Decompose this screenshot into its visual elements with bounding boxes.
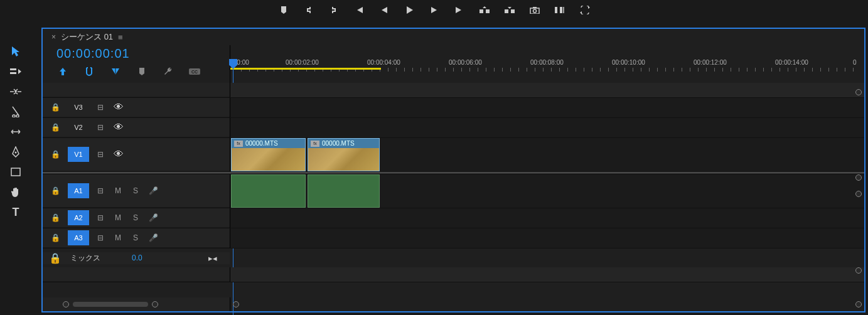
vscroll-bottom-handle[interactable]	[855, 267, 862, 274]
track-lane-A1[interactable]	[230, 174, 864, 208]
mute-button[interactable]: M	[109, 233, 127, 242]
nest-icon[interactable]	[56, 66, 69, 77]
video-clip[interactable]: fx00000.MTS	[308, 138, 380, 171]
video-track-V2: 🔒 V2 ⊟ 👁	[43, 118, 864, 138]
lock-icon[interactable]: 🔒	[43, 123, 68, 132]
slip-tool[interactable]	[5, 122, 26, 141]
set-out-icon[interactable]	[324, 3, 344, 17]
lift-icon[interactable]	[474, 3, 495, 17]
video-clip[interactable]: fx00000.MTS	[231, 138, 306, 171]
work-area-bar[interactable]	[230, 68, 381, 70]
sync-lock-icon[interactable]: ⊟	[92, 213, 109, 222]
zoom-out-handle[interactable]	[63, 301, 69, 307]
close-tab-icon[interactable]: ×	[51, 33, 56, 41]
wrench-icon[interactable]	[162, 66, 174, 77]
type-tool[interactable]: T	[5, 203, 26, 222]
lock-icon[interactable]: 🔒	[43, 103, 68, 112]
extract-icon[interactable]	[500, 3, 520, 17]
voice-record-icon[interactable]: 🎤	[144, 233, 162, 242]
track-lane-V1[interactable]: fx00000.MTSfx00000.MTS	[230, 138, 864, 171]
fx-badge[interactable]: fx	[311, 141, 319, 147]
goto-out-icon[interactable]	[449, 3, 469, 17]
track-header-V3: 🔒 V3 ⊟ 👁	[43, 98, 230, 117]
step-fwd-icon[interactable]	[424, 3, 444, 17]
voice-record-icon[interactable]: 🎤	[144, 213, 162, 222]
track-header-V2: 🔒 V2 ⊟ 👁	[43, 118, 230, 137]
snap-icon[interactable]	[83, 66, 95, 77]
audio-clip[interactable]	[231, 174, 306, 208]
vscroll-top-handle[interactable]	[855, 89, 862, 95]
zoom-in-handle[interactable]	[152, 301, 158, 307]
toggle-output-icon[interactable]: 👁	[109, 122, 128, 133]
track-target-V1[interactable]: V1	[68, 147, 89, 162]
insert-icon[interactable]	[550, 3, 570, 17]
selection-tool[interactable]	[5, 42, 26, 61]
timeline-panel: × シーケンス 01 ≡ 00:00:00:01 CC :00:0000:00:…	[41, 28, 865, 312]
ripple-edit-tool[interactable]	[5, 82, 26, 101]
step-back-icon[interactable]	[374, 3, 394, 17]
overwrite-icon[interactable]	[575, 3, 595, 17]
track-target-A2[interactable]: A2	[68, 210, 89, 225]
time-ruler[interactable]: :00:0000:00:02:0000:00:04:0000:00:06:000…	[230, 45, 864, 83]
lock-icon[interactable]: 🔒	[43, 213, 68, 222]
hscroll-right-handle[interactable]	[855, 301, 862, 307]
track-target-A3[interactable]: A3	[68, 230, 89, 245]
track-header-A1: 🔒 A1 ⊟ M S 🎤	[43, 174, 230, 208]
sync-lock-icon[interactable]: ⊟	[92, 103, 109, 112]
solo-button[interactable]: S	[127, 186, 144, 195]
goto-in-icon[interactable]	[349, 3, 369, 17]
track-target-V3[interactable]: V3	[68, 100, 89, 115]
solo-button[interactable]: S	[127, 233, 144, 242]
track-lane-A2[interactable]	[230, 208, 864, 228]
vscroll-mid1-handle[interactable]	[855, 174, 862, 181]
set-in-icon[interactable]	[299, 3, 319, 17]
sync-lock-icon[interactable]: ⊟	[92, 233, 109, 242]
lock-icon[interactable]: 🔒	[43, 186, 68, 195]
vertical-scrollbar[interactable]	[854, 89, 863, 274]
current-timecode[interactable]: 00:00:00:01	[56, 45, 230, 61]
rectangle-tool[interactable]	[5, 163, 26, 181]
mute-button[interactable]: M	[109, 186, 127, 195]
hand-tool[interactable]	[5, 183, 26, 201]
linked-selection-icon[interactable]	[109, 66, 122, 77]
sync-lock-icon[interactable]: ⊟	[92, 186, 109, 195]
sequence-menu-icon[interactable]: ≡	[118, 33, 123, 42]
horizontal-scrollbar	[43, 297, 864, 311]
cc-icon[interactable]: CC	[188, 66, 201, 77]
ruler-tick-label: 00:00:14:00	[775, 59, 808, 66]
voice-record-icon[interactable]: 🎤	[144, 186, 162, 195]
audio-clip[interactable]	[308, 174, 380, 208]
lock-icon[interactable]: 🔒	[43, 233, 68, 242]
play-icon[interactable]	[399, 3, 419, 17]
sequence-tab[interactable]: × シーケンス 01 ≡	[43, 29, 864, 45]
toggle-output-icon[interactable]: 👁	[109, 149, 128, 160]
expand-icon[interactable]: ▸◂	[208, 254, 217, 263]
svg-rect-11	[10, 72, 16, 74]
track-lane-V3[interactable]	[230, 98, 864, 117]
track-target-A1[interactable]: A1	[68, 183, 89, 198]
clip-thumbnail	[308, 148, 379, 171]
fx-badge[interactable]: fx	[234, 141, 243, 147]
track-lane-V2[interactable]	[230, 118, 864, 137]
clip-thumbnail	[232, 148, 305, 171]
toggle-output-icon[interactable]: 👁	[109, 102, 128, 113]
pen-tool[interactable]	[5, 142, 26, 161]
lock-icon[interactable]: 🔒	[43, 150, 68, 159]
track-lane-A3[interactable]	[230, 228, 864, 248]
sync-lock-icon[interactable]: ⊟	[92, 123, 109, 132]
marker-opt-icon[interactable]	[136, 66, 148, 77]
razor-tool[interactable]	[5, 102, 26, 121]
svg-rect-7	[555, 7, 557, 13]
sync-lock-icon[interactable]: ⊟	[92, 150, 109, 159]
snapshot-icon[interactable]	[525, 3, 545, 17]
mix-value[interactable]: 0.0	[132, 254, 142, 262]
vscroll-mid2-handle[interactable]	[855, 191, 862, 197]
lock-icon[interactable]: 🔒	[43, 252, 68, 264]
marker-icon[interactable]	[274, 3, 294, 17]
zoom-bar[interactable]	[73, 302, 148, 307]
hscroll-left-handle[interactable]	[233, 301, 239, 307]
mute-button[interactable]: M	[109, 213, 127, 222]
track-select-tool[interactable]	[5, 62, 26, 81]
solo-button[interactable]: S	[127, 213, 144, 222]
track-target-V2[interactable]: V2	[68, 120, 89, 135]
